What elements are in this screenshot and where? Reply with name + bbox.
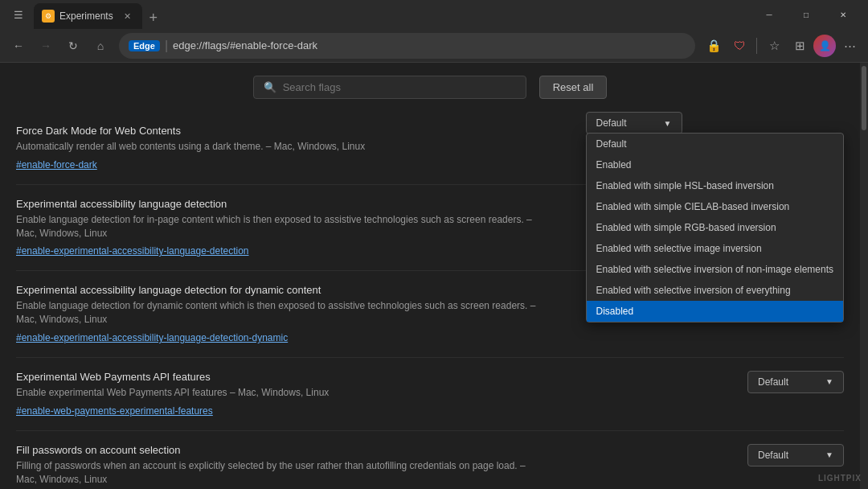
close-window-btn[interactable]: ✕ (825, 0, 862, 29)
dropdown-item-cielab[interactable]: Enabled with simple CIELAB-based inversi… (587, 196, 844, 217)
flag-link-force-dark[interactable]: #enable-force-dark (16, 159, 97, 171)
experiments-tab-icon: ⚙ (42, 10, 55, 23)
force-dark-dropdown-container: Default ▼ Default Enabled Enabled with s… (586, 112, 845, 323)
web-payments-select-btn[interactable]: Default ▼ (747, 371, 844, 393)
flags-header: 🔍 Reset all (0, 63, 860, 112)
chevron-down-icon4: ▼ (825, 377, 833, 386)
close-tab-btn[interactable]: ✕ (121, 10, 134, 23)
scrollbar-track[interactable] (860, 63, 868, 489)
flag-desc-fill-passwords: Filling of passwords when an account is … (16, 459, 547, 487)
flag-link-a11y-lang[interactable]: #enable-experimental-accessibility-langu… (16, 245, 249, 257)
experiments-tab-label: Experiments (59, 10, 113, 22)
web-payments-value: Default (758, 376, 788, 388)
flag-desc-web-payments: Enable experimental Web Payments API fea… (16, 386, 547, 400)
experiments-tab[interactable]: ⚙ Experiments ✕ (34, 3, 142, 29)
force-dark-dropdown-menu: Default Enabled Enabled with simple HSL-… (586, 133, 845, 323)
collections2-icon[interactable]: ⊞ (788, 34, 812, 58)
tab-area: ⚙ Experiments ✕ + (34, 0, 747, 29)
search-icon: 🔍 (264, 81, 276, 93)
fill-passwords-select-btn[interactable]: Default ▼ (747, 444, 844, 466)
flag-item-force-dark: Force Dark Mode for Web Contents Automat… (16, 112, 844, 185)
content-area: 🔍 Reset all Force Dark Mode for Web Cont… (0, 63, 868, 489)
more-btn[interactable]: ⋯ (837, 34, 862, 58)
dropdown-item-rgb[interactable]: Enabled with simple RGB-based inversion (587, 217, 844, 238)
address-text: edge://flags/#enable-force-dark (173, 39, 686, 51)
main-content: 🔍 Reset all Force Dark Mode for Web Cont… (0, 63, 860, 489)
home-btn[interactable]: ⌂ (88, 34, 113, 58)
flags-list: Force Dark Mode for Web Contents Automat… (0, 112, 860, 489)
flag-link-a11y-lang-dynamic[interactable]: #enable-experimental-accessibility-langu… (16, 332, 288, 343)
dropdown-item-default[interactable]: Default (587, 134, 844, 154)
flag-title-highlight: Force Dark Mode for Web Contents (16, 125, 181, 137)
search-input[interactable] (283, 81, 516, 93)
flag-title-web-payments: Experimental Web Payments API features (16, 371, 844, 383)
watermark: LIGHTPIX (818, 474, 862, 483)
titlebar: ☰ ⚙ Experiments ✕ + ─ □ ✕ (0, 0, 868, 29)
dropdown-item-enabled[interactable]: Enabled (587, 154, 844, 175)
collections-icon[interactable]: 🔒 (702, 34, 726, 58)
dropdown-item-everything-inversion[interactable]: Enabled with selective inversion of ever… (587, 280, 844, 301)
minimize-btn[interactable]: ─ (751, 0, 788, 29)
maximize-btn[interactable]: □ (788, 0, 825, 29)
flag-item-web-payments: Experimental Web Payments API features E… (16, 358, 844, 431)
chevron-down-icon: ▼ (664, 119, 672, 128)
flag-link-web-payments[interactable]: #enable-web-payments-experimental-featur… (16, 405, 213, 417)
edge-badge: Edge (129, 40, 160, 51)
scrollbar-thumb[interactable] (862, 66, 866, 130)
web-payments-control: Default ▼ (747, 371, 844, 393)
nav-separator (756, 38, 757, 54)
search-box[interactable]: 🔍 (253, 76, 526, 99)
window-controls: ─ □ ✕ (751, 0, 862, 29)
profile-avatar[interactable]: 👤 (813, 35, 836, 57)
chevron-down-icon5: ▼ (825, 450, 833, 459)
force-dark-select-btn[interactable]: Default ▼ (586, 112, 682, 134)
sidebar-toggle-btn[interactable]: ☰ (6, 2, 31, 27)
favorites-icon[interactable]: ☆ (762, 34, 786, 58)
reset-all-btn[interactable]: Reset all (539, 76, 608, 99)
fill-passwords-value: Default (758, 450, 788, 461)
dropdown-item-non-image-inversion[interactable]: Enabled with selective inversion of non-… (587, 259, 844, 280)
navbar: ← → ↻ ⌂ Edge | edge://flags/#enable-forc… (0, 29, 868, 63)
force-dark-select-value: Default (596, 117, 627, 129)
forward-btn[interactable]: → (34, 34, 58, 58)
refresh-btn[interactable]: ↻ (61, 34, 85, 58)
dropdown-item-disabled[interactable]: Disabled (587, 301, 844, 322)
new-tab-btn[interactable]: + (142, 6, 165, 29)
flag-item-fill-passwords: Fill passwords on account selection Fill… (16, 431, 844, 489)
flag-desc-a11y-lang: Enable language detection for in-page co… (16, 213, 547, 240)
flag-desc-a11y-lang-dynamic: Enable language detection for dynamic co… (16, 299, 547, 327)
address-separator: | (165, 39, 168, 53)
address-bar[interactable]: Edge | edge://flags/#enable-force-dark (119, 33, 695, 59)
fill-passwords-control: Default ▼ (747, 444, 844, 466)
dropdown-item-hsl[interactable]: Enabled with simple HSL-based inversion (587, 175, 844, 196)
flag-desc-force-dark: Automatically render all web contents us… (16, 140, 547, 154)
nav-icons-right: 🔒 🛡 ☆ ⊞ 👤 ⋯ (702, 34, 862, 58)
dropdown-item-image-inversion[interactable]: Enabled with selective image inversion (587, 238, 844, 259)
shield-icon[interactable]: 🛡 (727, 34, 751, 58)
back-btn[interactable]: ← (6, 34, 31, 58)
flag-title-fill-passwords: Fill passwords on account selection (16, 444, 844, 456)
